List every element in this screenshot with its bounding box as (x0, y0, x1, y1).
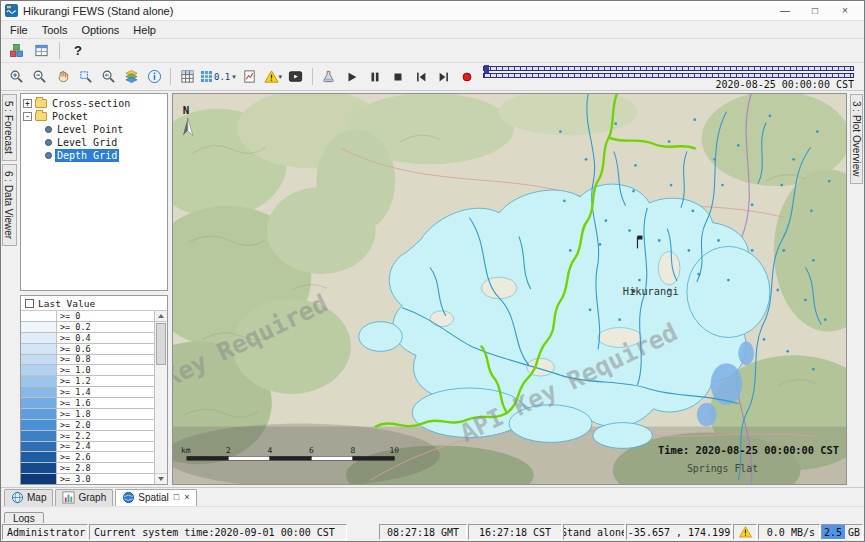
layer-node-icon (45, 126, 52, 133)
help-icon: ? (74, 43, 82, 58)
grid-scale-combo[interactable]: 0.1 ▾ (199, 67, 238, 87)
legend-row: >= 0 (21, 311, 154, 322)
explorer-button[interactable] (30, 41, 52, 61)
grid-scale-value: 0.1 (214, 72, 230, 82)
zoom-previous-button[interactable] (97, 67, 119, 87)
tab-graph[interactable]: Graph (55, 489, 113, 506)
legend-panel: Last Value >= 0>= 0.2>= 0.4>= 0.6>= 0.8>… (20, 295, 168, 485)
pause-button[interactable] (364, 67, 386, 87)
legend-row: >= 0.6 (21, 344, 154, 355)
menu-tools[interactable]: Tools (35, 23, 75, 37)
legend-swatch (21, 398, 57, 408)
minimize-button[interactable]: — (770, 1, 800, 20)
main-toolbar: ? (1, 39, 864, 63)
last-value-checkbox[interactable] (25, 299, 34, 308)
app-logo-icon (5, 4, 18, 17)
play-button[interactable] (341, 67, 363, 87)
tree-item-depth-grid[interactable]: Depth Grid (45, 149, 165, 162)
tree-item-cross-section[interactable]: + Cross-section (23, 97, 165, 110)
folder-icon (35, 112, 47, 121)
scrollbar-thumb[interactable] (156, 323, 166, 365)
grid-icon (180, 69, 195, 84)
legend-row: >= 0.8 (21, 355, 154, 366)
time-navigator-slider[interactable] (483, 66, 854, 80)
info-button[interactable] (143, 67, 165, 87)
legend-label: >= 2.0 (57, 420, 91, 430)
maximize-button[interactable]: □ (800, 1, 830, 20)
title-bar[interactable]: Hikurangi FEWS (Stand alone) — □ × (1, 1, 864, 21)
import-data-button[interactable] (5, 41, 27, 61)
slider-handle[interactable] (484, 65, 489, 73)
chart-icon (62, 491, 75, 504)
tab-map[interactable]: Map (4, 489, 53, 506)
menu-bar: File Tools Options Help (1, 21, 864, 39)
date-track[interactable] (483, 66, 854, 71)
legend-label: >= 0 (57, 311, 80, 321)
tree-item-label: Level Grid (55, 136, 119, 149)
menu-options[interactable]: Options (74, 23, 126, 37)
tab-spatial[interactable]: Spatial □ × (115, 489, 196, 506)
pan-button[interactable] (51, 67, 73, 87)
step-forward-button[interactable] (433, 67, 455, 87)
profile-chart-button[interactable] (239, 67, 261, 87)
stop-button[interactable] (387, 67, 409, 87)
status-spacer (348, 524, 378, 540)
warning-icon (264, 69, 279, 84)
step-back-button[interactable] (410, 67, 432, 87)
help-button[interactable]: ? (67, 41, 89, 61)
tab-graph-label: Graph (78, 492, 106, 503)
map-canvas[interactable]: API Key Required API Key Required N km 2… (173, 94, 846, 484)
animation-display-button[interactable] (285, 67, 307, 87)
tree-item-level-point[interactable]: Level Point (45, 123, 165, 136)
legend-row: >= 2.4 (21, 442, 154, 453)
close-button[interactable]: × (830, 1, 860, 20)
data-layers-tree[interactable]: + Cross-section - Pocket Level Point Lev… (20, 93, 168, 291)
set-time-button[interactable] (318, 67, 340, 87)
legend-title: Last Value (38, 298, 95, 309)
legend-row: >= 2.6 (21, 452, 154, 463)
flask-icon (321, 69, 336, 84)
legend-swatch (21, 387, 57, 397)
animation-display-icon (288, 69, 303, 84)
warnings-button[interactable]: ▾ (262, 67, 284, 87)
bottom-tab-bar: Map Graph Spatial □ × (1, 487, 864, 506)
scroll-up-icon[interactable] (155, 311, 167, 322)
window-title: Hikurangi FEWS (Stand alone) (23, 5, 770, 17)
legend-swatch (21, 442, 57, 452)
layers-button[interactable] (120, 67, 142, 87)
tree-item-level-grid[interactable]: Level Grid (45, 136, 165, 149)
layer-node-icon (45, 139, 52, 146)
legend-row: >= 1.2 (21, 376, 154, 387)
tab-plot-overview[interactable]: 3 : Plot Overview (850, 94, 863, 184)
undock-icon[interactable]: □ (174, 493, 179, 502)
status-warning[interactable] (733, 524, 757, 540)
zoom-in-button[interactable] (5, 67, 27, 87)
menu-help[interactable]: Help (126, 23, 163, 37)
grid-display-button[interactable] (176, 67, 198, 87)
tab-forecast[interactable]: 5 : Forecast (2, 94, 17, 161)
import-data-icon (9, 43, 24, 58)
close-tab-icon[interactable]: × (184, 493, 189, 502)
record-button[interactable] (456, 67, 478, 87)
legend-row: >= 0.4 (21, 333, 154, 344)
left-panel: + Cross-section - Pocket Level Point Lev… (18, 91, 170, 487)
scroll-down-icon[interactable] (155, 473, 167, 484)
globe-icon (11, 491, 24, 504)
tree-item-pocket[interactable]: - Pocket (23, 110, 165, 123)
tab-data-viewer[interactable]: 6 : Data Viewer (2, 164, 17, 246)
zoom-in-icon (9, 69, 24, 84)
expand-icon[interactable]: + (23, 99, 32, 108)
legend-swatch (21, 409, 57, 419)
legend-row: >= 3.0 (21, 474, 154, 484)
legend-swatch (21, 344, 57, 354)
menu-file[interactable]: File (3, 23, 35, 37)
zoom-box-icon (78, 69, 93, 84)
collapse-icon[interactable]: - (23, 112, 32, 121)
zoom-out-button[interactable] (28, 67, 50, 87)
timeline-datetime: 2020-08-25 00:00:00 CST (716, 79, 854, 90)
legend-scrollbar[interactable] (154, 311, 167, 484)
memory-indicator: 2.5 GB (821, 524, 863, 540)
chevron-down-icon: ▾ (232, 73, 236, 81)
zoom-box-button[interactable] (74, 67, 96, 87)
time-track[interactable] (483, 73, 854, 78)
